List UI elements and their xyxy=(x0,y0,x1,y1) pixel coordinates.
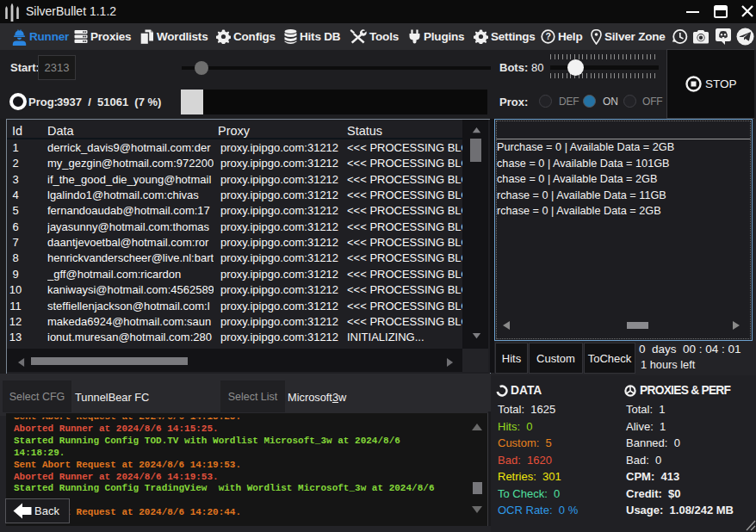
svg-text:?: ? xyxy=(545,31,550,41)
